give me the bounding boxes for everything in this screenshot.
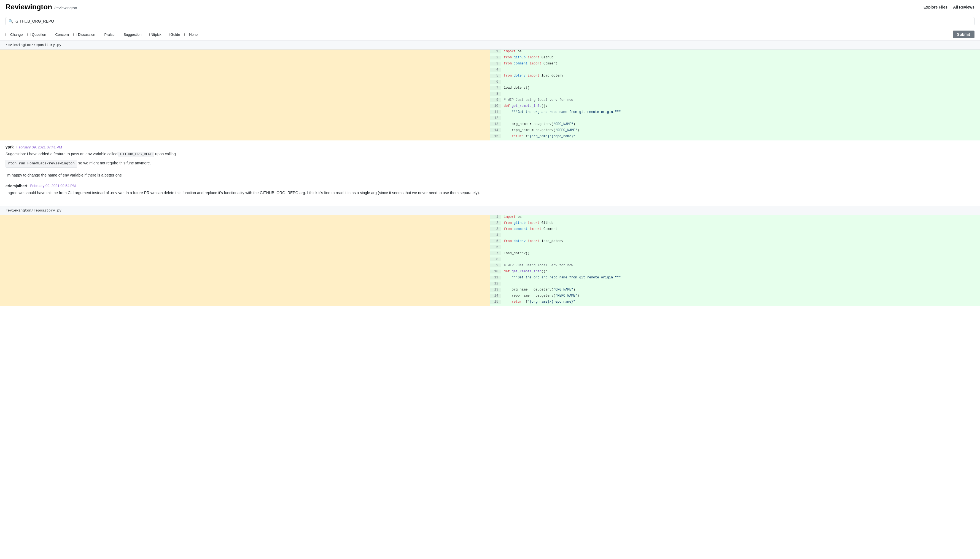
filter-guide-checkbox[interactable] bbox=[166, 33, 169, 36]
filter-suggestion-checkbox[interactable] bbox=[119, 33, 123, 36]
filter-change[interactable]: Change bbox=[5, 33, 23, 36]
left-line-6 bbox=[0, 80, 490, 86]
left-line-11 bbox=[0, 110, 490, 116]
comment-date-ericmjalbert: February 09, 2021 09:54 PM bbox=[30, 184, 76, 188]
left2-line-7 bbox=[0, 251, 490, 258]
search-bar: 🔍 bbox=[0, 14, 980, 28]
comment-body-ericmjalbert-text: I agree we should have this be from CLI … bbox=[5, 190, 975, 196]
file-header-1: reviewington/repository.py bbox=[0, 41, 980, 50]
filter-praise-checkbox[interactable] bbox=[100, 33, 103, 36]
left-line-13 bbox=[0, 122, 490, 128]
comment-date-yprk: February 09, 2021 07:41 PM bbox=[17, 145, 62, 149]
comment-header-yprk: yprk February 09, 2021 07:41 PM bbox=[5, 145, 975, 149]
filter-change-checkbox[interactable] bbox=[5, 33, 9, 36]
right-line-13: 13 org_name = os.getenv("ORG_NAME") bbox=[490, 122, 980, 128]
comment-body-ericmjalbert: I agree we should have this be from CLI … bbox=[5, 190, 975, 196]
left2-line-3 bbox=[0, 227, 490, 233]
header-left: Reviewington /reviewington bbox=[5, 3, 77, 11]
left-line-15 bbox=[0, 134, 490, 141]
filter-nitpick[interactable]: Nitpick bbox=[146, 33, 161, 36]
code-block-1: 1 import os 2 from github import Github … bbox=[0, 50, 980, 141]
filter-question-checkbox[interactable] bbox=[27, 33, 31, 36]
filter-suggestion-label: Suggestion bbox=[123, 33, 141, 36]
search-icon: 🔍 bbox=[8, 19, 13, 23]
page-header: Reviewington /reviewington Explore Files… bbox=[0, 0, 980, 14]
filter-concern[interactable]: Concern bbox=[51, 33, 69, 36]
filter-discussion[interactable]: Discussion bbox=[73, 33, 95, 36]
right-line-15: 15 return f"{org_name}/{repo_name}" bbox=[490, 134, 980, 141]
left2-line-1 bbox=[0, 215, 490, 221]
comment-body-line1: Suggestion: I have added a feature to pa… bbox=[5, 151, 975, 157]
right2-line-1: 1 import os bbox=[490, 215, 980, 221]
right2-line-11: 11 """Get the org and repo name from git… bbox=[490, 276, 980, 282]
right-line-8: 8 bbox=[490, 92, 980, 98]
filter-none-checkbox[interactable] bbox=[184, 33, 188, 36]
right2-line-2: 2 from github import Github bbox=[490, 221, 980, 227]
code-left-1 bbox=[0, 50, 490, 141]
right-line-5: 5 from dotenv import load_dotenv bbox=[490, 74, 980, 80]
left-line-2 bbox=[0, 56, 490, 62]
filter-praise[interactable]: Praise bbox=[100, 33, 114, 36]
comment-body-yprk: Suggestion: I have added a feature to pa… bbox=[5, 151, 975, 178]
right2-line-14: 14 repo_name = os.getenv("REPO_NAME") bbox=[490, 294, 980, 300]
right-line-7: 7 load_dotenv() bbox=[490, 86, 980, 92]
filter-nitpick-checkbox[interactable] bbox=[146, 33, 150, 36]
all-reviews-link[interactable]: All Reviews bbox=[953, 5, 975, 9]
app-title: Reviewington bbox=[5, 3, 52, 11]
right-line-1: 1 import os bbox=[490, 50, 980, 56]
filter-guide[interactable]: Guide bbox=[166, 33, 180, 36]
left2-line-11 bbox=[0, 276, 490, 282]
left2-line-14 bbox=[0, 294, 490, 300]
filter-suggestion[interactable]: Suggestion bbox=[119, 33, 141, 36]
filter-none[interactable]: None bbox=[184, 33, 197, 36]
filter-change-label: Change bbox=[10, 33, 23, 36]
inline-code-1: GITHUB_ORG_REPO bbox=[118, 152, 154, 157]
left-line-12 bbox=[0, 116, 490, 122]
left2-line-6 bbox=[0, 245, 490, 251]
right-line-9: 9 # WIP Just using local .env for now bbox=[490, 98, 980, 104]
filter-guide-label: Guide bbox=[171, 33, 180, 36]
comment-yprk: yprk February 09, 2021 07:41 PM Suggesti… bbox=[5, 145, 975, 178]
right2-line-9: 9 # WIP Just using local .env for now bbox=[490, 263, 980, 270]
right2-line-15: 15 return f"{org_name}/{repo_name}" bbox=[490, 300, 980, 306]
left2-line-15 bbox=[0, 300, 490, 306]
code-right-2: 1 import os 2 from github import Github … bbox=[490, 215, 980, 306]
app-subtitle: /reviewington bbox=[54, 6, 77, 10]
filter-none-label: None bbox=[189, 33, 197, 36]
left2-line-5 bbox=[0, 239, 490, 245]
left-line-7 bbox=[0, 86, 490, 92]
left2-line-8 bbox=[0, 258, 490, 263]
left2-line-9 bbox=[0, 263, 490, 270]
left-line-3 bbox=[0, 62, 490, 68]
comment-section-1: yprk February 09, 2021 07:41 PM Suggesti… bbox=[0, 141, 980, 206]
search-input[interactable] bbox=[15, 19, 972, 23]
comment-author-ericmjalbert: ericmjalbert bbox=[5, 184, 27, 188]
left-line-4 bbox=[0, 68, 490, 74]
filter-praise-label: Praise bbox=[104, 33, 114, 36]
right-line-14: 14 repo_name = os.getenv("REPO_NAME") bbox=[490, 128, 980, 134]
header-nav: Explore Files All Reviews bbox=[924, 5, 975, 9]
comment-header-ericmjalbert: ericmjalbert February 09, 2021 09:54 PM bbox=[5, 184, 975, 188]
filter-concern-checkbox[interactable] bbox=[51, 33, 54, 36]
comment-body-line3: I'm happy to change the name of env vari… bbox=[5, 172, 975, 178]
right2-line-7: 7 load_dotenv() bbox=[490, 251, 980, 258]
left-line-8 bbox=[0, 92, 490, 98]
filter-bar: Change Question Concern Discussion Prais… bbox=[0, 28, 980, 41]
right-line-12: 12 bbox=[490, 116, 980, 122]
file-header-2: reviewington/repository.py bbox=[0, 206, 980, 215]
filter-discussion-checkbox[interactable] bbox=[73, 33, 77, 36]
submit-button[interactable]: Submit bbox=[953, 31, 975, 38]
code-block-2: 1 import os 2 from github import Github … bbox=[0, 215, 980, 306]
left-line-10 bbox=[0, 104, 490, 110]
right2-line-8: 8 bbox=[490, 258, 980, 263]
left-line-5 bbox=[0, 74, 490, 80]
filter-discussion-label: Discussion bbox=[78, 33, 95, 36]
right-line-4: 4 bbox=[490, 68, 980, 74]
explore-files-link[interactable]: Explore Files bbox=[924, 5, 947, 9]
submit-wrapper: Submit bbox=[953, 31, 975, 38]
right-line-2: 2 from github import Github bbox=[490, 56, 980, 62]
filter-question[interactable]: Question bbox=[27, 33, 46, 36]
right-line-3: 3 from comment import Comment bbox=[490, 62, 980, 68]
right2-line-3: 3 from comment import Comment bbox=[490, 227, 980, 233]
left-line-1 bbox=[0, 50, 490, 56]
